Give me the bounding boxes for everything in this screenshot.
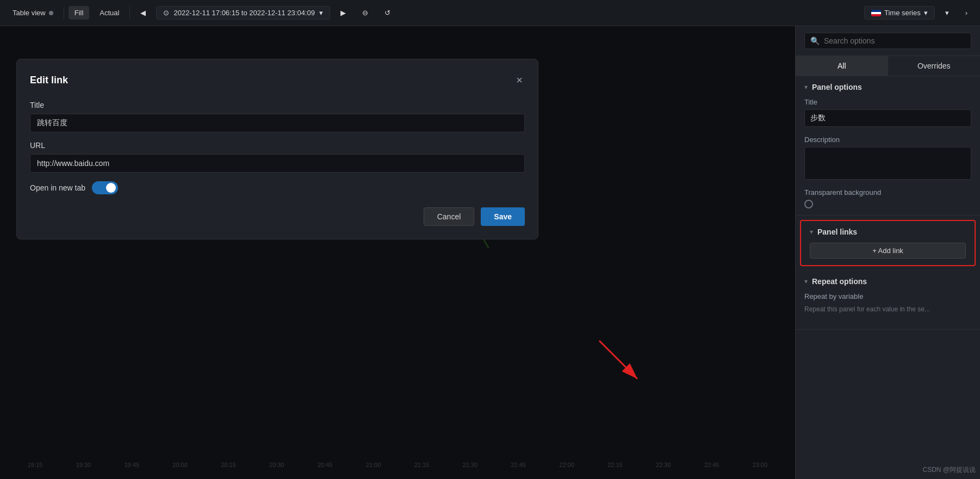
next-icon: ▶: [340, 9, 346, 17]
dialog-close-btn[interactable]: ×: [514, 72, 525, 88]
panel-links-chevron: ▾: [810, 228, 813, 236]
prev-time-btn[interactable]: ◀: [134, 6, 152, 20]
more-options-btn[interactable]: ▾: [939, 6, 955, 20]
panel-options-chevron: ▾: [804, 83, 808, 91]
more-options-icon: ▾: [945, 9, 949, 17]
tab-all[interactable]: All: [796, 56, 888, 76]
time-series-label: Time series: [884, 9, 921, 17]
actual-label: Actual: [100, 9, 119, 17]
dialog-title: Edit link: [30, 75, 68, 86]
panel-title-group: Title 步数: [804, 98, 971, 127]
repeat-description: Repeat this panel for each value in the …: [804, 305, 971, 314]
tab-overrides-label: Overrides: [917, 62, 951, 70]
fill-btn[interactable]: Fill: [69, 6, 90, 20]
next-time-btn[interactable]: ▶: [334, 6, 352, 20]
table-view-label: Table view: [13, 9, 46, 17]
time-range-chevron: ▾: [319, 9, 323, 17]
url-input[interactable]: [30, 154, 525, 173]
panel-links-header[interactable]: ▾ Panel links: [810, 228, 966, 236]
fill-label: Fill: [75, 9, 84, 17]
time-range-btn[interactable]: ⊙ 2022-12-11 17:06:15 to 2022-12-11 23:0…: [156, 6, 330, 20]
search-icon: 🔍: [810, 36, 820, 45]
panel-options-section: ▾ Panel options Title 步数 Description Tra…: [796, 76, 980, 216]
open-new-tab-row: Open in new tab: [30, 181, 525, 194]
dialog-header: Edit link ×: [30, 72, 525, 88]
transparent-bg-label: Transparent background: [804, 188, 971, 196]
close-panel-icon: ›: [965, 9, 967, 17]
zoom-out-btn[interactable]: ⊖: [356, 6, 374, 20]
right-panel: 🔍 All Overrides ▾ Panel options Title 步数: [795, 26, 980, 479]
panel-description-value[interactable]: [804, 147, 971, 180]
repeat-options-section: ▾ Repeat options Repeat by variable Repe…: [796, 271, 980, 330]
chart-area: 19:15 19:30 19:45 20:00 20:15 20:30 20:4…: [0, 26, 795, 479]
prev-icon: ◀: [140, 9, 146, 17]
transparent-bg-row: [804, 200, 971, 208]
add-link-btn[interactable]: + Add link: [810, 243, 966, 259]
options-tabs: All Overrides: [796, 56, 980, 76]
panel-description-group: Description: [804, 136, 971, 180]
panel-options-title: Panel options: [812, 83, 862, 91]
transparent-bg-radio[interactable]: [804, 200, 813, 208]
search-input-wrapper[interactable]: 🔍: [804, 33, 971, 49]
watermark: CSDN @阿提说说: [922, 465, 976, 475]
search-options-bar: 🔍: [796, 26, 980, 56]
repeat-options-chevron: ▾: [804, 278, 808, 285]
cancel-btn[interactable]: Cancel: [424, 207, 475, 226]
title-input[interactable]: [30, 114, 525, 132]
zoom-out-icon: ⊖: [362, 9, 368, 17]
divider-2: [129, 7, 130, 20]
add-link-label: + Add link: [872, 247, 903, 255]
open-new-tab-toggle[interactable]: [92, 181, 118, 194]
repeat-by-variable-group: Repeat by variable Repeat this panel for…: [804, 292, 971, 314]
repeat-options-title: Repeat options: [812, 277, 867, 286]
panel-title-label: Title: [804, 98, 971, 106]
title-form-group: Title: [30, 101, 525, 132]
tab-all-label: All: [838, 62, 846, 70]
ts-chevron: ▾: [924, 9, 928, 17]
toolbar-right: Time series ▾ ▾ ›: [864, 6, 973, 20]
toolbar: Table view Fill Actual ◀ ⊙ 2022-12-11 17…: [0, 0, 980, 26]
toggle-slider: [92, 181, 118, 194]
url-label: URL: [30, 141, 525, 150]
time-series-btn[interactable]: Time series ▾: [864, 6, 935, 20]
tab-overrides[interactable]: Overrides: [888, 56, 981, 76]
edit-link-dialog: Edit link × Title URL Open in new tab: [16, 59, 538, 240]
panel-title-text: 步数: [810, 113, 826, 122]
refresh-icon: ↺: [384, 9, 390, 17]
title-label: Title: [30, 101, 525, 109]
open-new-tab-label: Open in new tab: [30, 183, 85, 192]
table-view-btn[interactable]: Table view: [7, 6, 59, 20]
actual-btn[interactable]: Actual: [94, 6, 125, 20]
dialog-footer: Cancel Save: [30, 207, 525, 226]
url-form-group: URL: [30, 141, 525, 173]
panel-links-section: ▾ Panel links + Add link: [800, 220, 976, 266]
panel-title-value: 步数: [804, 109, 971, 127]
repeat-options-header[interactable]: ▾ Repeat options: [804, 277, 971, 286]
time-range-label: 2022-12-11 17:06:15 to 2022-12-11 23:04:…: [173, 9, 315, 17]
save-btn[interactable]: Save: [481, 207, 525, 226]
flag-icon: [871, 10, 881, 16]
transparent-bg-group: Transparent background: [804, 188, 971, 208]
refresh-btn[interactable]: ↺: [379, 6, 396, 20]
divider-1: [64, 7, 64, 20]
close-panel-btn[interactable]: ›: [959, 6, 973, 20]
search-options-input[interactable]: [824, 36, 965, 45]
watermark-text: CSDN @阿提说说: [922, 466, 976, 474]
panel-options-header[interactable]: ▾ Panel options: [804, 83, 971, 91]
table-view-icon: [49, 11, 53, 15]
repeat-by-var-label: Repeat by variable: [804, 292, 971, 300]
main-content: 19:15 19:30 19:45 20:00 20:15 20:30 20:4…: [0, 26, 980, 479]
panel-links-title: Panel links: [817, 228, 857, 236]
panel-desc-label: Description: [804, 136, 971, 144]
dialog-overlay: Edit link × Title URL Open in new tab: [0, 26, 795, 479]
